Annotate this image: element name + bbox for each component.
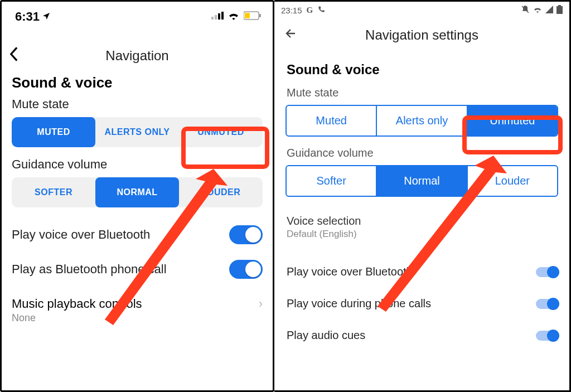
ios-status-bar: 6:31 xyxy=(2,2,273,28)
page-title: Navigation settings xyxy=(365,27,478,43)
section-title: Sound & voice xyxy=(2,72,273,97)
toggle-on[interactable] xyxy=(229,225,263,244)
guidance-group: Softer Normal Louder xyxy=(286,165,558,197)
wifi-icon xyxy=(228,11,240,22)
music-playback-row[interactable]: Music playback controls › xyxy=(2,291,273,311)
row-label: Music playback controls xyxy=(12,297,142,311)
android-status-bar: 23:15 G xyxy=(274,2,569,18)
ios-screen: 6:31 Navigation xyxy=(0,0,274,392)
mute-state-group: Muted Alerts only Unmuted xyxy=(286,105,558,137)
row-label: Play audio cues xyxy=(287,329,365,342)
bluetooth-call-row[interactable]: Play as Bluetooth phone call xyxy=(2,252,273,287)
phone-calls-row[interactable]: Play voice during phone calls xyxy=(274,288,569,320)
guidance-louder[interactable]: Louder xyxy=(467,166,557,196)
music-playback-value: None xyxy=(2,311,273,325)
row-label: Play as Bluetooth phone call xyxy=(12,262,167,277)
bluetooth-voice-row[interactable]: Play voice over Bluetooth xyxy=(2,217,273,252)
guidance-label: Guidance volume xyxy=(274,147,569,165)
section-title: Sound & voice xyxy=(274,52,569,86)
voice-selection-value: Default (English) xyxy=(274,229,569,257)
svg-rect-6 xyxy=(259,14,261,17)
mute-unmuted[interactable]: Unmuted xyxy=(467,106,557,135)
svg-rect-2 xyxy=(218,13,220,20)
android-header: Navigation settings xyxy=(274,18,569,52)
bluetooth-voice-row[interactable]: Play voice over Bluetooth xyxy=(274,257,569,288)
signal-icon xyxy=(545,6,553,15)
back-button[interactable] xyxy=(9,47,18,65)
back-button[interactable] xyxy=(284,27,298,44)
chevron-right-icon: › xyxy=(259,297,263,311)
cellular-icon xyxy=(211,12,224,22)
guidance-normal[interactable]: NORMAL xyxy=(95,177,179,207)
row-label: Play voice over Bluetooth xyxy=(287,265,413,278)
voice-selection-row[interactable]: Voice selection xyxy=(274,207,569,229)
mute-state-label: Mute state xyxy=(274,86,569,105)
ios-header: Navigation xyxy=(2,40,273,72)
mute-state-label: Mute state xyxy=(2,97,273,117)
phone-icon xyxy=(317,6,325,15)
guidance-louder[interactable]: LOUDER xyxy=(179,177,263,207)
android-screen: 23:15 G Navigation settings Sound & voic… xyxy=(274,0,571,392)
mute-unmuted[interactable]: UNMUTED xyxy=(179,117,263,147)
mute-alerts[interactable]: Alerts only xyxy=(376,106,466,135)
mute-muted[interactable]: Muted xyxy=(287,106,376,135)
status-icons xyxy=(211,11,262,22)
svg-rect-5 xyxy=(245,13,250,18)
audio-cues-row[interactable]: Play audio cues xyxy=(274,320,569,352)
mute-state-group: MUTED ALERTS ONLY UNMUTED xyxy=(12,117,263,147)
guidance-softer[interactable]: SOFTER xyxy=(12,177,95,207)
svg-rect-0 xyxy=(211,17,214,20)
google-icon: G xyxy=(307,6,313,15)
toggle-on[interactable] xyxy=(536,267,557,277)
mute-icon xyxy=(521,5,530,16)
row-label: Play voice over Bluetooth xyxy=(12,228,150,242)
svg-rect-9 xyxy=(557,6,563,14)
row-label: Play voice during phone calls xyxy=(287,297,431,310)
mute-alerts[interactable]: ALERTS ONLY xyxy=(95,117,179,147)
toggle-on[interactable] xyxy=(536,299,557,309)
mute-muted[interactable]: MUTED xyxy=(12,117,95,147)
svg-rect-10 xyxy=(558,5,561,6)
clock: 23:15 xyxy=(281,6,302,15)
battery-icon xyxy=(244,11,262,22)
page-title: Navigation xyxy=(105,48,168,64)
wifi-icon xyxy=(533,6,542,15)
guidance-normal[interactable]: Normal xyxy=(376,166,466,196)
clock: 6:31 xyxy=(15,9,40,24)
svg-rect-1 xyxy=(215,15,217,20)
ios-time: 6:31 xyxy=(15,9,51,24)
guidance-label: Guidance volume xyxy=(2,157,273,177)
battery-icon xyxy=(557,5,563,16)
guidance-softer[interactable]: Softer xyxy=(287,166,376,196)
svg-rect-3 xyxy=(221,12,224,20)
guidance-group: SOFTER NORMAL LOUDER xyxy=(12,177,263,207)
location-icon xyxy=(42,9,51,24)
toggle-on[interactable] xyxy=(536,331,557,341)
toggle-on[interactable] xyxy=(229,260,263,279)
